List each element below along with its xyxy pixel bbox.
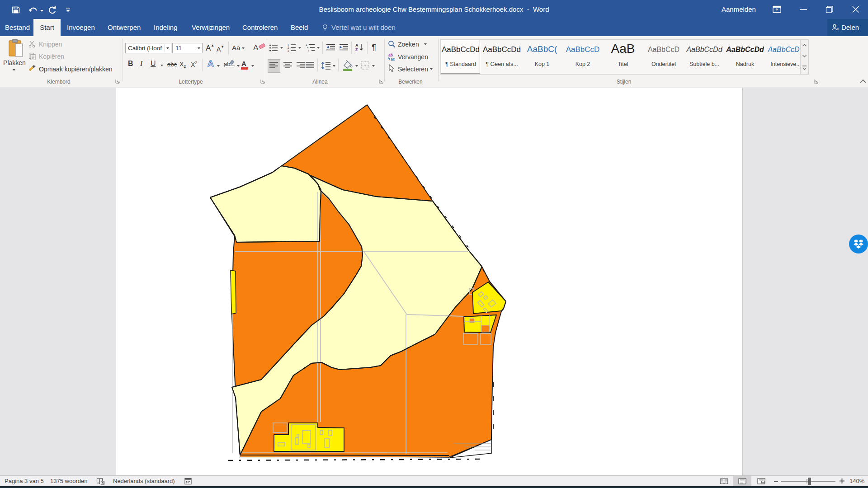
svg-text:A: A bbox=[355, 43, 359, 47]
svg-text:3: 3 bbox=[288, 49, 289, 52]
svg-text:a: a bbox=[307, 46, 309, 49]
svg-text:i: i bbox=[308, 49, 309, 52]
svg-text:ac: ac bbox=[391, 57, 395, 61]
svg-text:Z: Z bbox=[355, 47, 358, 52]
